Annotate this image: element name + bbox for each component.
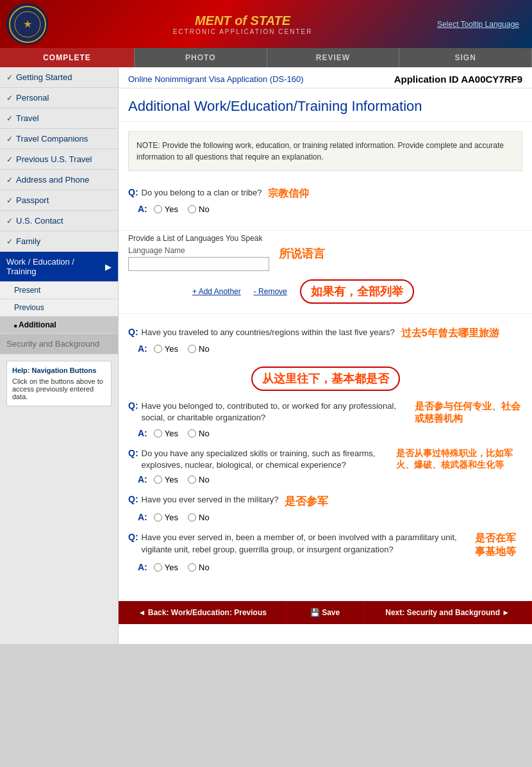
sidebar-item-security-background[interactable]: Security and Background	[0, 334, 118, 354]
page-title: Additional Work/Education/Training Infor…	[119, 88, 532, 122]
sidebar-item-getting-started[interactable]: ✓ Getting Started	[0, 67, 118, 88]
tab-sign[interactable]: SIGN	[399, 48, 532, 67]
q1-text: Do you belong to a clan or tribe?	[142, 187, 262, 199]
military-yes-option[interactable]: Yes	[154, 513, 178, 522]
org-no-label: No	[199, 429, 210, 438]
sidebar-label-travel-companions: Travel Companions	[16, 134, 88, 144]
q-org-label: Q:	[128, 400, 138, 411]
travel-yes-radio[interactable]	[154, 345, 162, 353]
content-area: Online Nonimmigrant Visa Application (DS…	[119, 67, 532, 644]
sidebar-item-travel[interactable]: ✓ Travel	[0, 108, 118, 129]
org-yes-option[interactable]: Yes	[154, 429, 178, 438]
tab-photo[interactable]: PHOTO	[135, 48, 267, 67]
org-no-radio[interactable]	[188, 429, 196, 438]
sidebar-label-personal: Personal	[16, 93, 49, 103]
paramilitary-no-radio[interactable]	[188, 563, 196, 572]
q1-no-label: No	[199, 204, 210, 214]
a-travel-label: A:	[138, 343, 147, 354]
org-radio-group: Yes No	[154, 429, 210, 438]
q-paramilitary-label: Q:	[128, 532, 138, 542]
dept-subtitle: ECTRONIC APPLICATION CENTER	[54, 28, 431, 35]
nav-tabs: COMPLETE PHOTO REVIEW SIGN	[0, 48, 532, 67]
sidebar-label-family: Family	[16, 236, 40, 246]
paramilitary-yes-radio[interactable]	[154, 563, 162, 572]
q1-label: Q:	[128, 187, 138, 197]
travel-no-option[interactable]: No	[188, 344, 210, 354]
tab-complete[interactable]: COMPLETE	[0, 48, 135, 67]
paramilitary-yes-label: Yes	[165, 563, 178, 572]
qa-section: Q: Do you belong to a clan or tribe? 宗教信…	[119, 181, 532, 230]
tooltip-language-link[interactable]: Select Tooltip Language	[437, 20, 519, 29]
next-button[interactable]: Next: Security and Background ►	[364, 601, 533, 624]
check-icon: ✓	[6, 217, 13, 226]
skills-yes-option[interactable]: Yes	[154, 475, 178, 484]
org-no-option[interactable]: No	[188, 429, 210, 438]
q-skills-label: Q:	[128, 448, 138, 458]
q-travel-text: Have you traveled to any countries/regio…	[142, 327, 395, 338]
q1-no-radio[interactable]	[188, 205, 196, 213]
q1-no-option[interactable]: No	[188, 204, 210, 214]
sidebar-sub-present[interactable]: Present	[0, 282, 118, 299]
skills-no-radio[interactable]	[188, 475, 196, 484]
sidebar-label-address-phone: Address and Phone	[16, 175, 89, 185]
a-skills-label: A:	[138, 474, 147, 484]
skills-yes-radio[interactable]	[154, 475, 162, 484]
sidebar-item-passport[interactable]: ✓ Passport	[0, 190, 118, 211]
a1-label: A:	[138, 204, 147, 214]
sidebar-sub-previous[interactable]: Previous	[0, 299, 118, 317]
qa-row-skills: Q: Do you have any specialized skills or…	[128, 448, 522, 484]
sidebar-label-getting-started: Getting Started	[16, 72, 72, 82]
back-button[interactable]: ◄ Back: Work/Education: Previous	[119, 601, 287, 624]
language-name-input[interactable]	[128, 257, 269, 271]
svg-text:★: ★	[23, 19, 32, 29]
add-another-button[interactable]: + Add Another	[192, 276, 241, 307]
sidebar-sub-additional[interactable]: Additional	[0, 317, 118, 334]
military-no-label: No	[199, 513, 210, 522]
military-yes-radio[interactable]	[154, 513, 162, 522]
tab-review[interactable]: REVIEW	[267, 48, 400, 67]
top-bar: ★ MENT of STATE ECTRONIC APPLICATION CEN…	[0, 0, 532, 48]
remove-label: Remove	[258, 287, 287, 296]
sidebar-item-family[interactable]: ✓ Family	[0, 231, 118, 252]
sidebar-item-previous-us-travel[interactable]: ✓ Previous U.S. Travel	[0, 149, 118, 170]
check-icon: ✓	[6, 237, 13, 246]
remove-button[interactable]: - Remove	[254, 276, 287, 307]
qa-row-org: Q: Have you belonged to, contributed to,…	[128, 400, 522, 438]
app-id: Application ID AA00CY7RF9	[394, 74, 522, 85]
lang-column-header: Language Name	[128, 246, 269, 255]
travel-no-radio[interactable]	[188, 345, 196, 353]
paramilitary-no-option[interactable]: No	[188, 563, 210, 572]
military-cn-annotation: 是否参军	[285, 494, 328, 509]
lang-cn-annotation: 所说语言	[279, 246, 325, 261]
sidebar-item-work-education[interactable]: Work / Education / Training ▶	[0, 252, 118, 282]
save-button[interactable]: 💾 Save	[287, 601, 364, 624]
sidebar-item-personal[interactable]: ✓ Personal	[0, 88, 118, 108]
minus-icon: -	[254, 287, 256, 296]
check-icon: ✓	[6, 176, 13, 185]
military-no-radio[interactable]	[188, 513, 196, 522]
qa-row-clan: Q: Do you belong to a clan or tribe? 宗教信…	[128, 187, 522, 214]
sidebar-item-us-contact[interactable]: ✓ U.S. Contact	[0, 211, 118, 231]
travel-yes-option[interactable]: Yes	[154, 344, 178, 354]
languages-label: Provide a List of Languages You Speak	[128, 234, 522, 243]
skills-no-option[interactable]: No	[188, 475, 210, 484]
dept-title: MENT of STATE	[54, 13, 431, 28]
travel-no-label: No	[199, 344, 210, 354]
military-radio-group: Yes No	[154, 513, 210, 522]
paramilitary-radio-group: Yes No	[154, 563, 210, 572]
main-layout: ✓ Getting Started ✓ Personal ✓ Travel ✓ …	[0, 67, 532, 644]
military-no-option[interactable]: No	[188, 513, 210, 522]
help-text: Click on the buttons above to access pre…	[12, 377, 106, 400]
q1-yes-radio[interactable]	[154, 205, 162, 213]
q1-yes-option[interactable]: Yes	[154, 204, 178, 214]
paramilitary-no-label: No	[199, 563, 210, 572]
skills-cn-annotation: 是否从事过特殊职业，比如军火、爆破、核武器和生化等	[396, 448, 522, 471]
military-yes-label: Yes	[165, 513, 178, 522]
arrow-icon: ▶	[105, 262, 112, 272]
org-yes-radio[interactable]	[154, 429, 162, 438]
sidebar-item-address-phone[interactable]: ✓ Address and Phone	[0, 170, 118, 190]
org-yes-label: Yes	[165, 429, 178, 438]
sidebar-item-travel-companions[interactable]: ✓ Travel Companions	[0, 129, 118, 149]
qa-row-military: Q: Have you ever served in the military?…	[128, 494, 522, 522]
paramilitary-yes-option[interactable]: Yes	[154, 563, 178, 572]
